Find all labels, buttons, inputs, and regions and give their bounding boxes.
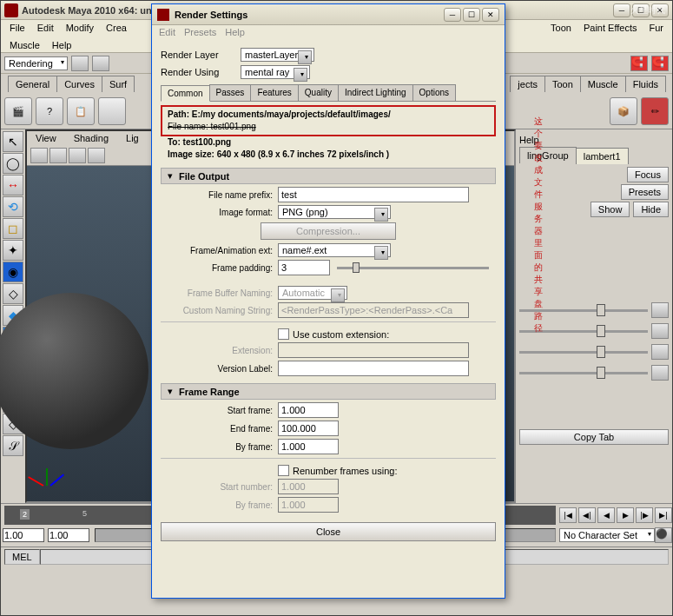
vp-icon-4[interactable] bbox=[88, 148, 105, 163]
autokey-button[interactable]: ⚫ bbox=[655, 527, 672, 543]
shelf-btn-r2[interactable]: ✏ bbox=[641, 97, 669, 125]
vp-icon-3[interactable] bbox=[69, 148, 86, 163]
padding-input[interactable] bbox=[278, 260, 330, 275]
vp-icon-2[interactable] bbox=[49, 148, 67, 163]
dlg-minimize-button[interactable]: ─ bbox=[444, 8, 461, 22]
magnet-icon[interactable]: 🧲 bbox=[630, 56, 648, 71]
version-input[interactable] bbox=[278, 361, 469, 376]
shelf-btn-r1[interactable]: 📦 bbox=[610, 97, 637, 125]
tab-curves[interactable]: Curves bbox=[56, 76, 102, 92]
tab-muscle[interactable]: Muscle bbox=[580, 76, 626, 92]
shelf-tool-1[interactable] bbox=[71, 56, 89, 71]
menu-painteffects[interactable]: Paint Effects bbox=[578, 21, 643, 35]
attr-slider-3[interactable] bbox=[519, 351, 648, 354]
step-back-button[interactable]: ◀| bbox=[578, 507, 596, 523]
show-manip[interactable]: ◇ bbox=[3, 283, 23, 304]
ae-tab-sg[interactable]: lingGroup bbox=[519, 147, 577, 163]
magnet-icon-2[interactable]: 🧲 bbox=[651, 56, 669, 71]
vp-lighting[interactable]: Lig bbox=[121, 131, 144, 147]
tab-passes[interactable]: Passes bbox=[209, 84, 252, 101]
ae-tab-lambert[interactable]: lambert1 bbox=[576, 148, 629, 164]
vp-icon-1[interactable] bbox=[30, 148, 48, 163]
dlg-menu-help[interactable]: Help bbox=[225, 27, 245, 37]
shelf-tool-2[interactable] bbox=[92, 56, 109, 71]
range-end-input[interactable] bbox=[48, 528, 89, 542]
menu-help[interactable]: Help bbox=[47, 38, 77, 52]
dlg-close-button[interactable]: ✕ bbox=[482, 8, 499, 22]
sphere-object[interactable] bbox=[0, 293, 148, 449]
vp-view[interactable]: View bbox=[30, 131, 62, 147]
close-button[interactable]: Close bbox=[161, 522, 496, 541]
vp-shading[interactable]: Shading bbox=[69, 131, 114, 147]
attr-map-3[interactable] bbox=[651, 344, 669, 360]
render-icon[interactable]: 🎬 bbox=[4, 97, 32, 125]
dlg-menu-edit[interactable]: Edit bbox=[159, 27, 175, 37]
rotate-tool[interactable]: ⟲ bbox=[3, 196, 23, 217]
attr-map-1[interactable] bbox=[651, 302, 669, 318]
file-output-header[interactable]: ▾ File Output bbox=[161, 168, 496, 184]
tab-general[interactable]: General bbox=[8, 76, 57, 92]
minimize-button[interactable]: ─ bbox=[613, 3, 630, 17]
renumber-checkbox[interactable] bbox=[278, 465, 289, 476]
attr-slider-4[interactable] bbox=[519, 372, 648, 374]
render-layer-select[interactable]: masterLayer▾ bbox=[241, 48, 314, 62]
tab-common[interactable]: Common bbox=[161, 85, 210, 102]
ext-select[interactable]: name#.ext▾ bbox=[278, 243, 391, 257]
attr-map-2[interactable] bbox=[651, 323, 669, 339]
mel-label[interactable]: MEL bbox=[4, 549, 40, 565]
mode-dropdown[interactable]: Rendering bbox=[4, 56, 68, 70]
menu-muscle[interactable]: Muscle bbox=[4, 38, 45, 52]
select-tool[interactable]: ↖ bbox=[3, 131, 23, 152]
format-select[interactable]: PNG (png)▾ bbox=[278, 205, 391, 219]
collapse-icon[interactable]: ▾ bbox=[165, 170, 175, 182]
prefix-input[interactable] bbox=[278, 187, 469, 202]
use-custom-checkbox[interactable] bbox=[278, 328, 289, 340]
shelf-btn-3[interactable]: 📋 bbox=[67, 97, 95, 125]
tab-indirect-lighting[interactable]: Indirect Lighting bbox=[338, 84, 413, 101]
focus-button[interactable]: Focus bbox=[627, 167, 669, 182]
menu-file[interactable]: File bbox=[4, 21, 30, 35]
dialog-title-bar[interactable]: Render Settings ─ ☐ ✕ bbox=[152, 4, 505, 25]
play-forward-button[interactable]: ▶ bbox=[617, 507, 634, 523]
dlg-maximize-button[interactable]: ☐ bbox=[463, 8, 480, 22]
compression-button[interactable]: Compression... bbox=[261, 222, 396, 240]
menu-create[interactable]: Crea bbox=[101, 21, 132, 35]
goto-end-button[interactable]: ▶| bbox=[655, 507, 672, 523]
menu-toon[interactable]: Toon bbox=[545, 21, 577, 35]
dlg-menu-presets[interactable]: Presets bbox=[184, 27, 216, 37]
menu-fur[interactable]: Fur bbox=[644, 21, 670, 35]
tab-options[interactable]: Options bbox=[412, 84, 456, 101]
scale-tool[interactable]: ◻ bbox=[3, 218, 23, 239]
shelf-btn-4[interactable] bbox=[98, 97, 126, 125]
padding-slider[interactable] bbox=[337, 267, 489, 269]
step-forward-button[interactable]: |▶ bbox=[636, 507, 653, 523]
tab-surfaces[interactable]: Surf bbox=[102, 76, 135, 92]
lasso-tool[interactable]: ◯ bbox=[3, 153, 23, 174]
end-frame-input[interactable] bbox=[278, 421, 339, 436]
goto-start-button[interactable]: |◀ bbox=[559, 507, 577, 523]
start-frame-input[interactable] bbox=[278, 402, 339, 418]
help-icon[interactable]: ? bbox=[36, 97, 63, 125]
range-start-input[interactable] bbox=[3, 528, 44, 542]
presets-button[interactable]: Presets bbox=[621, 184, 669, 200]
character-set-dropdown[interactable]: No Character Set bbox=[559, 528, 655, 542]
frame-range-header[interactable]: ▾ Frame Range bbox=[161, 383, 496, 400]
manip-tool[interactable]: ✦ bbox=[3, 240, 23, 261]
attr-map-4[interactable] bbox=[651, 365, 669, 381]
hide-button[interactable]: Hide bbox=[633, 202, 669, 217]
menu-edit[interactable]: Edit bbox=[32, 21, 59, 35]
tab-toon[interactable]: Toon bbox=[544, 76, 581, 92]
script-icon[interactable]: 𝒮 bbox=[3, 435, 23, 456]
soft-tool[interactable]: ◉ bbox=[3, 262, 23, 282]
show-button[interactable]: Show bbox=[591, 202, 630, 217]
tab-fluids[interactable]: Fluids bbox=[625, 76, 666, 92]
tab-features[interactable]: Features bbox=[250, 84, 298, 101]
play-back-button[interactable]: ◀ bbox=[597, 507, 615, 523]
copy-tab-button[interactable]: Copy Tab bbox=[519, 429, 669, 445]
menu-modify[interactable]: Modify bbox=[61, 21, 99, 35]
render-using-select[interactable]: mental ray▾ bbox=[241, 65, 310, 79]
tab-quality[interactable]: Quality bbox=[298, 84, 339, 101]
collapse-icon-2[interactable]: ▾ bbox=[165, 386, 175, 397]
tab-subjects[interactable]: jects bbox=[510, 76, 545, 92]
move-tool[interactable]: ↔ bbox=[3, 175, 23, 195]
